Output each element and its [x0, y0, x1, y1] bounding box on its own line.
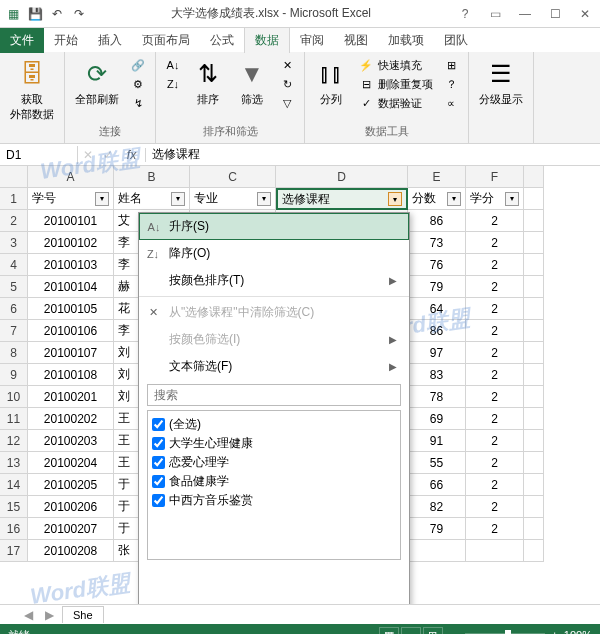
cell-credit[interactable]: 2: [466, 474, 524, 496]
row-header[interactable]: 5: [0, 276, 28, 298]
row-header[interactable]: 16: [0, 518, 28, 540]
cell-id[interactable]: 20100203: [28, 430, 114, 452]
data-validation-button[interactable]: ✓数据验证: [355, 94, 436, 112]
cell-id[interactable]: 20100205: [28, 474, 114, 496]
formula-input[interactable]: [146, 146, 600, 164]
filter-checklist[interactable]: (全选) 大学生心理健康 恋爱心理学 食品健康学 中西方音乐鉴赏: [147, 410, 401, 560]
relationships-button[interactable]: ∝: [440, 94, 462, 112]
page-break-view-button[interactable]: ⊞: [423, 627, 443, 634]
spreadsheet[interactable]: ABCDEF1学号▾姓名▾专业▾选修课程▾分数▾学分▾220100101艾862…: [0, 166, 600, 604]
tab-home[interactable]: 开始: [44, 28, 88, 53]
cell-credit[interactable]: 2: [466, 496, 524, 518]
row-header[interactable]: 4: [0, 254, 28, 276]
cell-score[interactable]: 55: [408, 452, 466, 474]
tab-formulas[interactable]: 公式: [200, 28, 244, 53]
cell-id[interactable]: 20100207: [28, 518, 114, 540]
cell-credit[interactable]: 2: [466, 430, 524, 452]
tab-file[interactable]: 文件: [0, 28, 44, 53]
cell-score[interactable]: 83: [408, 364, 466, 386]
zoom-level[interactable]: 100%: [564, 629, 592, 634]
check-select-all[interactable]: (全选): [152, 415, 396, 434]
connections-button[interactable]: 🔗: [127, 56, 149, 74]
cell-id[interactable]: 20100201: [28, 386, 114, 408]
row-header[interactable]: 2: [0, 210, 28, 232]
header-cell[interactable]: 分数▾: [408, 188, 466, 210]
checkbox[interactable]: [152, 437, 165, 450]
cell-credit[interactable]: 2: [466, 298, 524, 320]
cell-id[interactable]: 20100104: [28, 276, 114, 298]
cell-id[interactable]: 20100206: [28, 496, 114, 518]
filter-search-input[interactable]: [147, 384, 401, 406]
column-header[interactable]: [524, 166, 544, 188]
header-cell[interactable]: 学号▾: [28, 188, 114, 210]
tab-review[interactable]: 审阅: [290, 28, 334, 53]
cell-id[interactable]: 20100106: [28, 320, 114, 342]
checkbox[interactable]: [152, 494, 165, 507]
row-header[interactable]: 1: [0, 188, 28, 210]
cell-score[interactable]: 79: [408, 276, 466, 298]
checkbox[interactable]: [152, 475, 165, 488]
cell-id[interactable]: 20100108: [28, 364, 114, 386]
ribbon-options-icon[interactable]: ▭: [484, 5, 506, 23]
consolidate-button[interactable]: ⊞: [440, 56, 462, 74]
filter-dropdown-button[interactable]: ▾: [447, 192, 461, 206]
refresh-all-button[interactable]: ⟳ 全部刷新: [71, 56, 123, 112]
fx-button[interactable]: fx: [118, 148, 146, 162]
cell-id[interactable]: 20100107: [28, 342, 114, 364]
row-header[interactable]: 11: [0, 408, 28, 430]
sort-asc-button[interactable]: A↓: [162, 56, 184, 74]
tab-view[interactable]: 视图: [334, 28, 378, 53]
cell-credit[interactable]: [466, 540, 524, 562]
check-option[interactable]: 恋爱心理学: [152, 453, 396, 472]
cell-score[interactable]: 86: [408, 320, 466, 342]
outline-button[interactable]: ☰ 分级显示: [475, 56, 527, 109]
header-cell[interactable]: 专业▾: [190, 188, 276, 210]
tab-data[interactable]: 数据: [244, 27, 290, 53]
column-header[interactable]: A: [28, 166, 114, 188]
cell-credit[interactable]: 2: [466, 232, 524, 254]
column-header[interactable]: F: [466, 166, 524, 188]
flash-fill-button[interactable]: ⚡快速填充: [355, 56, 436, 74]
cell-credit[interactable]: 2: [466, 408, 524, 430]
cell-credit[interactable]: 2: [466, 518, 524, 540]
column-header[interactable]: E: [408, 166, 466, 188]
text-to-columns-button[interactable]: ⫿⫿ 分列: [311, 56, 351, 112]
name-box[interactable]: D1: [0, 146, 78, 164]
cell-credit[interactable]: 2: [466, 452, 524, 474]
row-header[interactable]: 12: [0, 430, 28, 452]
get-external-data-button[interactable]: 🗄 获取 外部数据: [6, 56, 58, 124]
cell-score[interactable]: 79: [408, 518, 466, 540]
row-header[interactable]: 13: [0, 452, 28, 474]
filter-dropdown-button[interactable]: ▾: [505, 192, 519, 206]
cell-score[interactable]: 97: [408, 342, 466, 364]
cell-score[interactable]: 66: [408, 474, 466, 496]
header-cell[interactable]: 姓名▾: [114, 188, 190, 210]
edit-links-button[interactable]: ↯: [127, 94, 149, 112]
filter-dropdown-button[interactable]: ▾: [388, 192, 402, 206]
check-option[interactable]: 中西方音乐鉴赏: [152, 491, 396, 510]
row-header[interactable]: 3: [0, 232, 28, 254]
save-icon[interactable]: 💾: [26, 5, 44, 23]
sort-by-color-item[interactable]: 按颜色排序(T) ▶: [139, 267, 409, 294]
checkbox[interactable]: [152, 418, 165, 431]
sheet-tab[interactable]: She: [62, 606, 104, 623]
checkbox[interactable]: [152, 456, 165, 469]
header-cell[interactable]: 学分▾: [466, 188, 524, 210]
row-header[interactable]: 6: [0, 298, 28, 320]
cell-score[interactable]: 76: [408, 254, 466, 276]
cell-score[interactable]: 78: [408, 386, 466, 408]
normal-view-button[interactable]: ▦: [379, 627, 399, 634]
redo-icon[interactable]: ↷: [70, 5, 88, 23]
cell-score[interactable]: 91: [408, 430, 466, 452]
tab-team[interactable]: 团队: [434, 28, 478, 53]
row-header[interactable]: 10: [0, 386, 28, 408]
filter-dropdown-button[interactable]: ▾: [95, 192, 109, 206]
zoom-in-button[interactable]: +: [551, 629, 557, 634]
cell-credit[interactable]: 2: [466, 210, 524, 232]
check-option[interactable]: 食品健康学: [152, 472, 396, 491]
reapply-button[interactable]: ↻: [276, 75, 298, 93]
cell-id[interactable]: 20100102: [28, 232, 114, 254]
cell-id[interactable]: 20100103: [28, 254, 114, 276]
filter-dropdown-button[interactable]: ▾: [171, 192, 185, 206]
filter-dropdown-button[interactable]: ▾: [257, 192, 271, 206]
